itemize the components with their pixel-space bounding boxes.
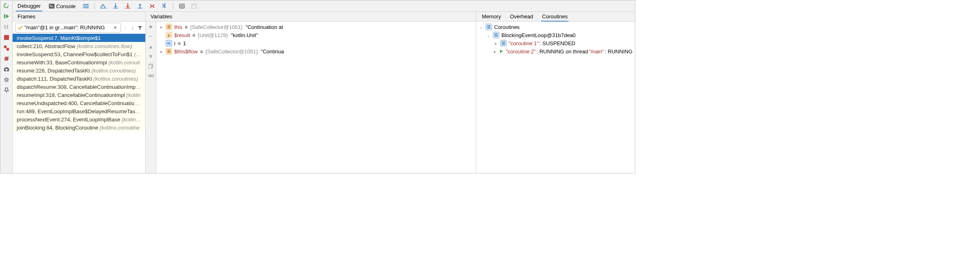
pin-icon[interactable] <box>3 87 10 94</box>
evaluate-icon[interactable] <box>178 2 186 10</box>
step-over-icon[interactable] <box>112 2 119 10</box>
class-icon <box>493 32 499 38</box>
svg-rect-14 <box>83 6 89 7</box>
property-icon: p <box>166 32 172 38</box>
glasses-icon[interactable] <box>148 73 154 79</box>
class-icon <box>500 40 507 46</box>
filter-icon[interactable] <box>137 25 143 31</box>
var-row[interactable]: ▸ p $result = {Unit@1129} "kotlin.Unit" <box>156 31 476 39</box>
frame-row[interactable]: resumeWith:33, BaseContinuationImpl (kot… <box>13 58 145 66</box>
svg-rect-2 <box>7 25 8 29</box>
move-down-icon[interactable]: ▼ <box>148 53 154 59</box>
svg-rect-0 <box>4 14 5 18</box>
view-breakpoints-icon[interactable] <box>3 44 10 52</box>
variables-title: Variables <box>151 13 172 20</box>
frame-row[interactable]: resumeImpl:318, CancellableContinuationI… <box>13 91 145 99</box>
frame-row[interactable]: dispatch:111, DispatchedTaskKt (kotlinx.… <box>13 75 145 83</box>
next-frame-icon[interactable]: ↓ <box>130 25 136 31</box>
frame-row[interactable]: resumeUndispatched:400, CancellableConti… <box>13 99 145 107</box>
svg-rect-9 <box>5 67 8 68</box>
step-out-icon[interactable] <box>136 2 144 10</box>
field-icon <box>166 24 172 30</box>
resume-icon[interactable] <box>3 13 10 20</box>
vars-toolbar: + − ▲ ▼ <box>146 22 156 173</box>
step-into-icon[interactable] <box>124 2 131 10</box>
svg-point-35 <box>148 75 150 77</box>
field-icon <box>166 48 172 55</box>
svg-point-36 <box>151 75 153 77</box>
expand-icon[interactable]: ▸ <box>493 49 497 54</box>
run-to-cursor-icon[interactable] <box>161 2 168 10</box>
svg-point-11 <box>5 79 8 81</box>
svg-point-10 <box>5 69 7 71</box>
settings-icon[interactable] <box>3 76 10 83</box>
svg-rect-15 <box>83 7 89 8</box>
stop-icon[interactable] <box>3 34 10 41</box>
class-icon <box>486 24 492 30</box>
rerun-icon[interactable] <box>3 2 10 9</box>
svg-rect-34 <box>149 65 152 69</box>
frame-row[interactable]: dispatchResume:308, CancellableContinuat… <box>13 83 145 91</box>
variables-panel: Variables + − ▲ ▼ ▸ this = { <box>146 12 476 173</box>
coroutines-panel: Memory Overhead Coroutines ⌄ Coroutines … <box>476 12 635 173</box>
var-row[interactable]: ▸ this = {SafeCollector@1051} "Continuat… <box>156 23 476 31</box>
var-row[interactable]: ▸ 01 i = 1 <box>156 39 476 47</box>
frames-list[interactable]: invokeSuspend:7, MainKt$simple$1 collect… <box>13 34 145 132</box>
int-icon: 01 <box>166 40 172 46</box>
add-watch-icon[interactable]: + <box>148 24 154 30</box>
coroutines-tree[interactable]: ⌄ Coroutines ⌄ BlockingEventLoop@31b7dea… <box>476 22 635 173</box>
pause-icon[interactable] <box>3 23 10 31</box>
frame-row[interactable]: joinBlocking:84, BlockingCoroutine (kotl… <box>13 123 145 132</box>
tab-coroutines[interactable]: Coroutines <box>541 12 569 22</box>
frames-title: Frames <box>18 13 35 20</box>
svg-rect-26 <box>179 4 184 8</box>
tree-row[interactable]: ⌄ BlockingEventLoop@31b7dea0 <box>476 31 635 39</box>
collapse-icon[interactable]: ⌄ <box>479 24 483 29</box>
left-gutter-toolbar <box>0 0 13 173</box>
expand-icon[interactable]: ▸ <box>159 24 164 29</box>
chevron-down-icon: ▾ <box>112 25 118 31</box>
tree-row[interactable]: ⌄ Coroutines <box>476 23 635 31</box>
threads-icon[interactable] <box>82 2 90 10</box>
svg-point-4 <box>4 46 7 48</box>
duplicate-icon[interactable] <box>148 63 154 69</box>
collapse-icon[interactable]: ⌄ <box>486 33 491 37</box>
frames-panel: Frames "main"@1 in gr...main": RUNNING ▾… <box>13 12 146 173</box>
frame-row[interactable]: resume:226, DispatchedTaskKt (kotlinx.co… <box>13 66 145 75</box>
tree-row[interactable]: ▸ "coroutine:1": SUSPENDED <box>476 39 635 47</box>
tab-memory[interactable]: Memory <box>481 12 502 22</box>
svg-point-5 <box>6 48 9 51</box>
variables-tree[interactable]: ▸ this = {SafeCollector@1051} "Continuat… <box>156 22 476 173</box>
prev-frame-icon[interactable]: ↑ <box>122 25 128 31</box>
tab-overhead[interactable]: Overhead <box>509 12 534 22</box>
thread-selector[interactable]: "main"@1 in gr...main": RUNNING ▾ <box>15 23 121 33</box>
var-row[interactable]: ▸ $this$flow = {SafeCollector@1051} "Con… <box>156 47 476 55</box>
svg-rect-1 <box>4 25 6 29</box>
frame-row[interactable]: processNextEvent:274, EventLoopImplBase … <box>13 115 145 123</box>
svg-rect-31 <box>192 4 197 8</box>
move-up-icon[interactable]: ▲ <box>148 44 154 49</box>
trace-icon[interactable] <box>190 2 198 10</box>
expand-icon[interactable]: ▸ <box>159 49 164 54</box>
running-icon <box>499 49 503 54</box>
frame-row[interactable]: invokeSuspend:53, ChannelFlow$collectToF… <box>13 50 145 58</box>
mute-breakpoints-icon[interactable] <box>3 55 10 62</box>
console-icon <box>49 4 55 9</box>
frame-row[interactable]: collect:210, AbstractFlow (kotlinx.corou… <box>13 42 145 50</box>
frame-row[interactable]: run:489, EventLoopImplBase$DelayedResume… <box>13 107 145 115</box>
svg-rect-3 <box>4 35 9 40</box>
svg-rect-12 <box>49 4 55 9</box>
tree-row[interactable]: ▸ "coroutine:2": RUNNING on thread "main… <box>476 47 635 55</box>
expand-icon[interactable]: ▸ <box>493 41 498 46</box>
remove-watch-icon[interactable]: − <box>148 34 154 40</box>
tab-debugger[interactable]: Debugger <box>16 1 42 11</box>
camera-icon[interactable] <box>3 66 10 73</box>
svg-rect-13 <box>83 4 89 5</box>
frame-row[interactable]: invokeSuspend:7, MainKt$simple$1 <box>13 34 145 42</box>
tab-console[interactable]: Console <box>47 1 77 11</box>
drop-frame-icon[interactable] <box>149 2 156 10</box>
show-execution-icon[interactable] <box>100 2 107 10</box>
check-icon <box>18 25 23 30</box>
debugger-toolbar: Debugger Console <box>13 0 635 12</box>
